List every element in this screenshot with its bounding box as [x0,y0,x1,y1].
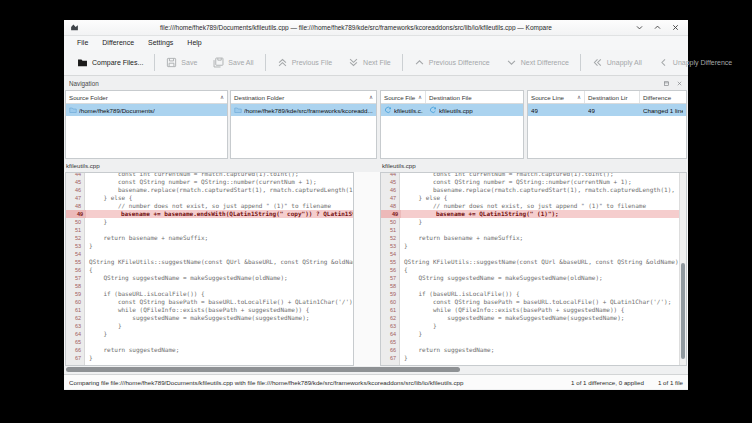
code-text: const QString number = QString::number(c… [399,178,686,186]
vertical-scrollbar-thumb[interactable] [681,263,685,359]
changed-diff-line[interactable]: 49 basename += QLatin1String(" (1)"); [381,210,686,218]
compare-files-icon [77,57,88,68]
nav-cell: Changed 1 line [640,104,686,116]
code-text: } [84,354,353,362]
code-text [399,338,686,346]
maximize-icon[interactable] [653,23,662,32]
compare-files-button[interactable]: Compare Files... [69,53,151,73]
titlebar[interactable]: file:///home/fhek789/Documents/kfileutil… [64,20,688,36]
code-line: 51 [66,226,353,234]
source-code-lines: 44 const int currentNum = rmatch.capture… [66,172,353,362]
column-header-difference[interactable]: Difference [640,91,686,103]
code-text [84,282,353,290]
minimize-icon[interactable] [635,23,644,32]
column-headers: Source Folder∧ [66,91,227,104]
code-line: 46 basename.replace(rmatch.capturedStart… [381,186,686,194]
line-number: 62 [381,314,399,322]
column-header-label: Destination File [429,94,472,101]
folder-row-icon [69,106,77,114]
code-text: suggestedName = makeSuggestedName(sugges… [84,314,353,322]
toolbar-separator [402,54,403,71]
nav-cell-text: /home/fhek789/kde/src/frameworks/kcoread… [244,107,373,114]
code-line: 45 const QString number = QString::numbe… [66,178,353,186]
close-dock-icon[interactable] [676,80,683,87]
line-number: 59 [381,290,399,298]
toolbar-button-label: Compare Files... [92,59,143,66]
code-line: 55QString KFileUtils::suggestName(const … [381,258,686,266]
line-number: 57 [381,274,399,282]
code-line: 61 while (QFileInfo::exists(basePath + s… [381,306,686,314]
code-line: 60 const QString basePath = baseURL.toLo… [381,298,686,306]
kompare-window: file:///home/fhek789/Documents/kfileutil… [64,20,688,390]
line-number: 60 [66,298,84,306]
horizontal-scrollbar-thumb[interactable] [66,367,460,372]
code-line: 58 [381,282,686,290]
column-header-destination-folder[interactable]: Destination Folder∧ [231,91,376,103]
code-text: } [399,242,686,250]
menu-difference[interactable]: Difference [95,36,141,50]
line-number: 60 [381,298,399,306]
unapply-all-button: Unapply All [584,53,650,73]
nav-cell: /home/fhek789/kde/src/frameworks/kcoread… [231,104,376,116]
line-number: 45 [66,178,84,186]
column-header-source-folder[interactable]: Source Folder∧ [66,91,227,103]
column-header-source-line[interactable]: Source Line∧ [528,91,585,103]
destination-file-title: kfileutils.cpp [382,162,416,169]
sort-ascending-icon: ∧ [416,94,422,100]
line-number: 46 [66,186,84,194]
code-line: 46 basename.replace(rmatch.capturedStart… [66,186,353,194]
line-number: 57 [66,274,84,282]
column-header-label: Destination Lir [588,94,628,101]
horizontal-scrollbar[interactable] [64,366,688,374]
navigation-selected-row[interactable]: /home/fhek789/Documents/ [66,104,227,116]
code-line: 54 [381,250,686,258]
toolbar-button-label: Next File [363,59,391,66]
code-line: 45 const QString number = QString::numbe… [381,178,686,186]
changed-diff-line[interactable]: 49 basename += basename.endsWith(QLatin1… [66,210,353,218]
float-dock-icon[interactable] [663,80,670,87]
column-header-source-file[interactable]: Source File∧ [381,91,426,103]
code-text: suggestedName = makeSuggestedName(sugges… [399,314,686,322]
vertical-scrollbar[interactable] [679,173,686,365]
code-line: 62 suggestedName = makeSuggestedName(sug… [381,314,686,322]
line-number: 66 [66,346,84,354]
code-text [399,282,686,290]
menu-help[interactable]: Help [180,36,208,50]
line-number: 50 [66,218,84,226]
source-code-pane[interactable]: 44 const int currentNum = rmatch.capture… [65,172,354,366]
difference-count: 1 of 1 difference, 0 applied [571,379,644,386]
diff-doc-icon [384,106,392,114]
code-line: 63 } [66,322,353,330]
destination-code-lines: 44 const int currentNum = rmatch.capture… [381,172,686,362]
close-icon[interactable] [671,23,680,32]
line-number: 45 [381,178,399,186]
code-text: return basename + nameSuffix; [84,234,353,242]
code-text: basename.replace(rmatch.capturedStart(1)… [399,186,686,194]
next-file-icon [348,57,359,68]
line-number: 48 [381,202,399,210]
navigation-selected-row[interactable]: /home/fhek789/kde/src/frameworks/kcoread… [231,104,376,116]
navigation-selected-row[interactable]: 4949Changed 1 line [528,104,686,116]
toolbar-separator [154,54,155,71]
code-line: 59 if (baseURL.isLocalFile()) { [381,290,686,298]
code-line: 61 while (QFileInfo::exists(basePath + s… [66,306,353,314]
destination-code-pane[interactable]: 44 const int currentNum = rmatch.capture… [380,172,687,366]
window-title: file:///home/fhek789/Documents/kfileutil… [85,24,627,31]
toolbar-button-label: Save All [228,59,253,66]
code-line: 53} [381,242,686,250]
code-text: const QString number = QString::number(c… [84,178,353,186]
code-line: 47 } else { [66,194,353,202]
navigation-pane-source-line: Source Line∧Destination LirDifference494… [527,90,687,159]
menu-file[interactable]: File [70,36,95,50]
nav-cell: kfileutils.c... [381,104,426,116]
column-header-label: Destination Folder [234,94,284,101]
unapply-difference-button: Unapply Difference [650,53,740,73]
column-header-destination-file[interactable]: Destination File [426,91,523,103]
menu-settings[interactable]: Settings [141,36,180,50]
line-number: 61 [381,306,399,314]
navigation-selected-row[interactable]: kfileutils.c...kfileutils.cpp [381,104,523,116]
line-number: 53 [381,242,399,250]
toolbar-separator [580,54,581,71]
column-header-destination-lir[interactable]: Destination Lir [585,91,640,103]
navigation-dock-title: Navigation [69,80,99,87]
